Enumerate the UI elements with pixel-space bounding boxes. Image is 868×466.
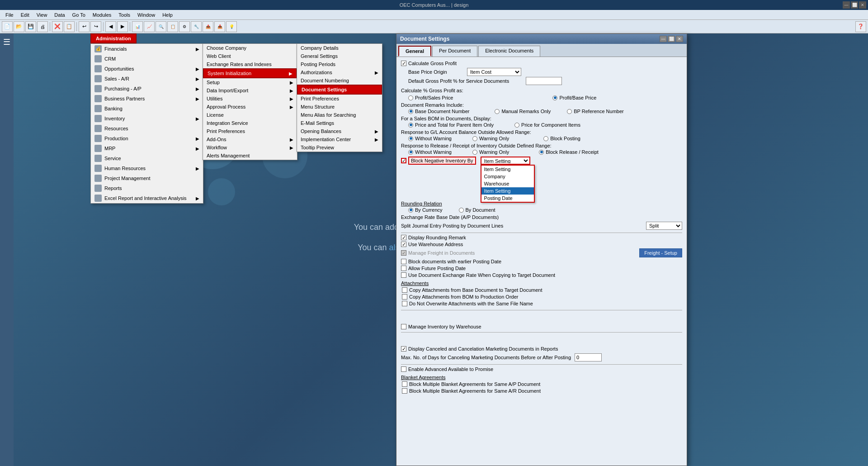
sub-company-details[interactable]: Company Details <box>297 44 382 52</box>
profit-base-radio[interactable] <box>552 95 557 100</box>
use-doc-exchange-chk[interactable] <box>401 272 406 278</box>
by-currency-radio[interactable] <box>408 208 413 213</box>
menu-help[interactable]: Help <box>159 11 176 19</box>
admin-item-mrp[interactable]: MRP ▶ <box>91 143 203 153</box>
toolbar-redo[interactable]: ↪ <box>90 21 101 32</box>
toolbar-btn8[interactable]: 📥 <box>214 21 225 32</box>
dialog-maximize[interactable]: ⬜ <box>668 36 675 42</box>
base-price-select[interactable]: Item Cost <box>467 68 521 76</box>
block-neg-checkbox[interactable]: ✓ <box>401 158 406 163</box>
toolbar-copy[interactable]: 📋 <box>64 21 75 32</box>
toolbar-save[interactable]: 💾 <box>25 21 36 32</box>
calc-gross-profit-checkbox[interactable]: ✓ <box>401 61 406 66</box>
admin-item-crm[interactable]: CRM <box>91 54 203 64</box>
toolbar-btn3[interactable]: 🔍 <box>156 21 166 32</box>
copy-attachments-bom-chk[interactable] <box>402 294 407 300</box>
copy-attachments-base-chk[interactable] <box>402 287 407 293</box>
sys-addons[interactable]: Add-Ons ▶ <box>203 135 297 143</box>
use-warehouse-chk[interactable]: ✓ <box>401 242 406 247</box>
max-days-input[interactable] <box>575 353 602 361</box>
enable-atp-chk[interactable] <box>401 366 406 372</box>
admin-item-financials[interactable]: 💰 Financials ▶ <box>91 44 203 54</box>
block-neg-select[interactable]: Item Setting Company Warehouse Item Sett… <box>481 157 530 165</box>
sys-setup[interactable]: Setup ▶ <box>203 78 297 86</box>
display-rounding-chk[interactable]: ✓ <box>401 235 406 240</box>
menu-data[interactable]: Data <box>51 11 68 19</box>
manage-freight-chk[interactable]: ✓ <box>401 250 406 256</box>
sys-choose-company[interactable]: Choose Company <box>203 44 297 52</box>
admin-item-reports[interactable]: Reports <box>91 183 203 193</box>
app-maximize-btn[interactable]: ⬜ <box>851 1 858 9</box>
gl-block-posting-radio[interactable] <box>543 136 548 141</box>
admin-item-pm[interactable]: Project Management <box>91 173 203 183</box>
admin-item-hr[interactable]: Human Resources ▶ <box>91 163 203 173</box>
sys-integration[interactable]: Integration Service <box>203 119 297 127</box>
app-close-btn[interactable]: ✕ <box>859 1 866 9</box>
dropdown-option-warehouse[interactable]: Warehouse <box>481 180 534 187</box>
sub-doc-numbering[interactable]: Document Numbering <box>297 76 382 85</box>
gl-warning-only-radio[interactable] <box>472 136 477 141</box>
toolbar-help[interactable]: ❓ <box>855 21 866 32</box>
dropdown-option-itemsetting-selected[interactable]: Item Setting <box>481 187 534 195</box>
tab-electronic[interactable]: Electronic Documents <box>478 46 540 57</box>
sys-web-client[interactable]: Web Client <box>203 52 297 60</box>
toolbar-print[interactable]: 🖨 <box>37 21 48 32</box>
sub-menu-structure[interactable]: Menu Structure <box>297 103 382 111</box>
dropdown-option-posting-date[interactable]: Posting Date <box>481 195 534 202</box>
menu-edit[interactable]: Edit <box>17 11 33 19</box>
toolbar-btn1[interactable]: 📊 <box>132 21 143 32</box>
toolbar-new[interactable]: 📄 <box>2 21 13 32</box>
dialog-close[interactable]: ✕ <box>676 36 683 42</box>
price-component-radio[interactable] <box>514 123 519 128</box>
price-total-parent-radio[interactable] <box>408 123 413 128</box>
freight-setup-btn[interactable]: Freight - Setup <box>639 248 682 257</box>
block-blanket-ar-chk[interactable] <box>402 388 407 394</box>
sub-authorizations[interactable]: Authorizations ▶ <box>297 68 382 76</box>
admin-item-inventory[interactable]: Inventory ▶ <box>91 114 203 124</box>
split-journal-select[interactable]: Split <box>646 222 682 230</box>
sys-data-import[interactable]: Data Import/Export ▶ <box>203 86 297 95</box>
inv-no-warning-radio[interactable] <box>408 150 413 155</box>
tab-general[interactable]: General <box>398 46 431 57</box>
inv-block-release-radio[interactable] <box>539 150 544 155</box>
base-doc-num-radio[interactable] <box>408 109 413 114</box>
sub-email[interactable]: E-Mail Settings <box>297 119 382 127</box>
sys-utilities[interactable]: Utilities ▶ <box>203 95 297 103</box>
display-cancelled-chk[interactable]: ✓ <box>401 346 406 352</box>
dropdown-option-itemsetting-top[interactable]: Item Setting <box>481 166 534 173</box>
toolbar-next[interactable]: ▶ <box>117 21 128 32</box>
sys-license[interactable]: License <box>203 111 297 119</box>
sys-approval[interactable]: Approval Process ▶ <box>203 103 297 111</box>
toolbar-btn4[interactable]: 📋 <box>167 21 178 32</box>
sys-system-init[interactable]: System Initialization ▶ <box>203 68 297 78</box>
bp-ref-radio[interactable] <box>567 109 572 114</box>
menu-file[interactable]: File <box>2 11 17 19</box>
menu-view[interactable]: View <box>33 11 51 19</box>
block-earlier-chk[interactable] <box>401 259 406 264</box>
sys-alerts[interactable]: Alerts Management <box>203 152 297 160</box>
inv-warning-only-radio[interactable] <box>472 150 477 155</box>
menu-window[interactable]: Window <box>134 11 159 19</box>
dropdown-option-company[interactable]: Company <box>481 173 534 180</box>
gl-no-warning-radio[interactable] <box>408 136 413 141</box>
toolbar-btn9[interactable]: 💡 <box>226 21 237 32</box>
sub-tooltip[interactable]: Tooltip Preview <box>297 143 382 152</box>
dialog-minimize[interactable]: — <box>660 36 667 42</box>
menu-tools[interactable]: Tools <box>115 11 134 19</box>
sub-print-prefs[interactable]: Print Preferences <box>297 95 382 103</box>
menu-modules[interactable]: Modules <box>89 11 115 19</box>
admin-item-resources[interactable]: Resources <box>91 124 203 133</box>
by-document-radio[interactable] <box>459 208 464 213</box>
sub-general-settings[interactable]: General Settings <box>297 52 382 60</box>
toolbar-prev[interactable]: ◀ <box>105 21 116 32</box>
toolbar-undo[interactable]: ↩ <box>79 21 90 32</box>
toolbar-open[interactable]: 📂 <box>14 21 24 32</box>
toolbar-btn5[interactable]: ⚙ <box>179 21 190 32</box>
no-overwrite-attachments-chk[interactable] <box>402 301 407 306</box>
admin-item-sales[interactable]: Sales - A/R ▶ <box>91 74 203 84</box>
sys-workflow[interactable]: Workflow ▶ <box>203 143 297 152</box>
allow-future-chk[interactable] <box>401 266 406 271</box>
admin-item-bp[interactable]: Business Partners ▶ <box>91 94 203 104</box>
admin-item-banking[interactable]: Banking <box>91 104 203 114</box>
sub-impl-center[interactable]: Implementation Center ▶ <box>297 135 382 143</box>
